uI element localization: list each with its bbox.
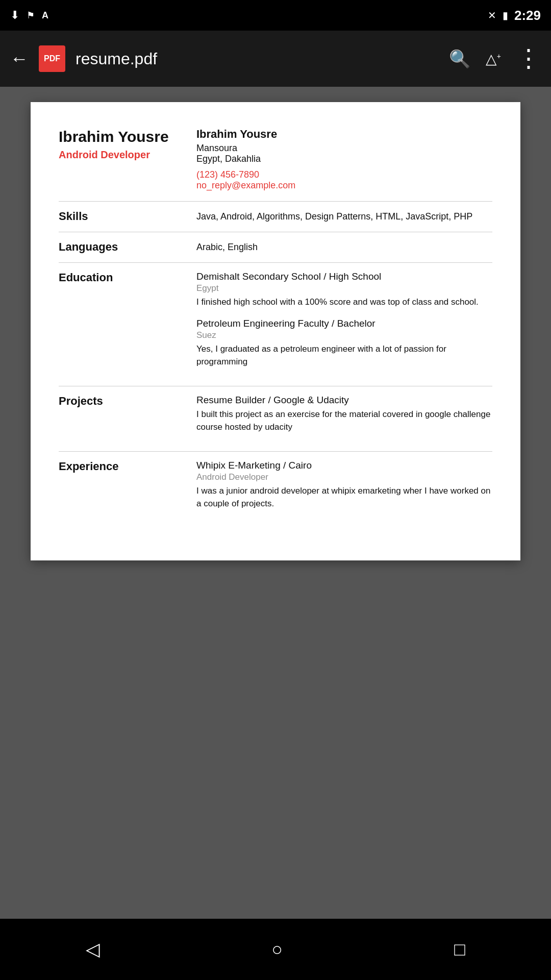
contact-full-name: Ibrahim Yousre [196, 128, 492, 141]
contact-phone: (123) 456-7890 [196, 169, 492, 180]
flag-icon: ⚑ [27, 10, 35, 21]
exp-description-1: I was a junior android developer at whip… [196, 484, 492, 510]
skills-value: Java, Android, Algorithms, Design Patter… [196, 211, 472, 222]
nav-back-button[interactable]: ◁ [86, 939, 100, 960]
education-content: Demishalt Secondary School / High School… [196, 271, 492, 378]
app-bar-actions: 🔍 △+ ⋮ [449, 48, 541, 69]
experience-content: Whipix E-Marketing / Cairo Android Devel… [196, 460, 492, 516]
experience-label-col: Experience [59, 460, 181, 516]
project-description-1: I built this project as an exercise for … [196, 408, 492, 434]
edu-institution-1: Demishalt Secondary School / High School [196, 271, 492, 282]
contact-city: Mansoura [196, 143, 492, 154]
languages-label-col: Languages [59, 240, 181, 254]
resume-name: Ibrahim Yousre [59, 128, 181, 146]
languages-content: Arabic, English [196, 240, 492, 254]
projects-label: Projects [59, 395, 103, 407]
resume-header: Ibrahim Yousre Android Developer Ibrahim… [59, 128, 492, 191]
pdf-document: Ibrahim Yousre Android Developer Ibrahim… [31, 102, 520, 560]
nav-bar: ◁ ○ □ [0, 919, 551, 980]
status-right-icons: ✕ ▮ 2:29 [488, 8, 541, 23]
file-title: resume.pdf [76, 50, 439, 68]
education-label: Education [59, 271, 113, 284]
drive-button[interactable]: △+ [486, 51, 501, 67]
edu-description-1: I finished high school with a 100% score… [196, 296, 492, 309]
status-bar: ⬇ ⚑ A ✕ ▮ 2:29 [0, 0, 551, 31]
edu-location-1: Egypt [196, 283, 492, 293]
skills-content: Java, Android, Algorithms, Design Patter… [196, 210, 492, 224]
languages-label: Languages [59, 240, 118, 253]
projects-divider [59, 386, 492, 386]
skills-label-col: Skills [59, 210, 181, 224]
signal-icon: ✕ [488, 9, 496, 21]
experience-section: Experience Whipix E-Marketing / Cairo An… [59, 460, 492, 516]
languages-divider [59, 232, 492, 232]
projects-label-col: Projects [59, 395, 181, 443]
education-label-col: Education [59, 271, 181, 378]
main-content: Ibrahim Yousre Android Developer Ibrahim… [0, 87, 551, 919]
nav-recent-button[interactable]: □ [454, 939, 465, 960]
languages-value: Arabic, English [196, 242, 258, 252]
exp-role-1: Android Developer [196, 472, 492, 482]
back-button[interactable]: ← [10, 48, 29, 69]
nav-home-button[interactable]: ○ [271, 939, 283, 960]
education-entry-2: Petroleum Engineering Faculty / Bachelor… [196, 318, 492, 369]
status-time: 2:29 [514, 8, 541, 23]
project-title-1: Resume Builder / Google & Udacity [196, 395, 492, 406]
resume-contact: Ibrahim Yousre Mansoura Egypt, Dakahlia … [196, 128, 492, 191]
status-left-icons: ⬇ ⚑ A [10, 9, 48, 22]
experience-divider [59, 451, 492, 452]
skills-label: Skills [59, 210, 88, 223]
resume-job-title: Android Developer [59, 149, 181, 161]
edu-description-2: Yes, I graduated as a petroleum engineer… [196, 342, 492, 369]
more-options-button[interactable]: ⋮ [516, 52, 541, 66]
education-section: Education Demishalt Secondary School / H… [59, 271, 492, 378]
projects-section: Projects Resume Builder / Google & Udaci… [59, 395, 492, 443]
edu-institution-2: Petroleum Engineering Faculty / Bachelor [196, 318, 492, 329]
education-divider [59, 262, 492, 263]
projects-content: Resume Builder / Google & Udacity I buil… [196, 395, 492, 443]
edu-location-2: Suez [196, 330, 492, 340]
project-entry-1: Resume Builder / Google & Udacity I buil… [196, 395, 492, 434]
resume-name-section: Ibrahim Yousre Android Developer [59, 128, 181, 191]
download-icon: ⬇ [10, 9, 19, 22]
contact-email: no_reply@example.com [196, 180, 492, 191]
skills-divider [59, 201, 492, 202]
experience-entry-1: Whipix E-Marketing / Cairo Android Devel… [196, 460, 492, 510]
app-bar: ← PDF resume.pdf 🔍 △+ ⋮ [0, 31, 551, 87]
pdf-icon: PDF [39, 45, 65, 72]
exp-title-1: Whipix E-Marketing / Cairo [196, 460, 492, 471]
doc-icon: A [42, 10, 48, 21]
skills-section: Skills Java, Android, Algorithms, Design… [59, 210, 492, 224]
search-button[interactable]: 🔍 [449, 48, 470, 69]
education-entry-1: Demishalt Secondary School / High School… [196, 271, 492, 309]
experience-label: Experience [59, 460, 118, 473]
battery-icon: ▮ [503, 9, 508, 21]
contact-country: Egypt, Dakahlia [196, 154, 492, 164]
languages-section: Languages Arabic, English [59, 240, 492, 254]
